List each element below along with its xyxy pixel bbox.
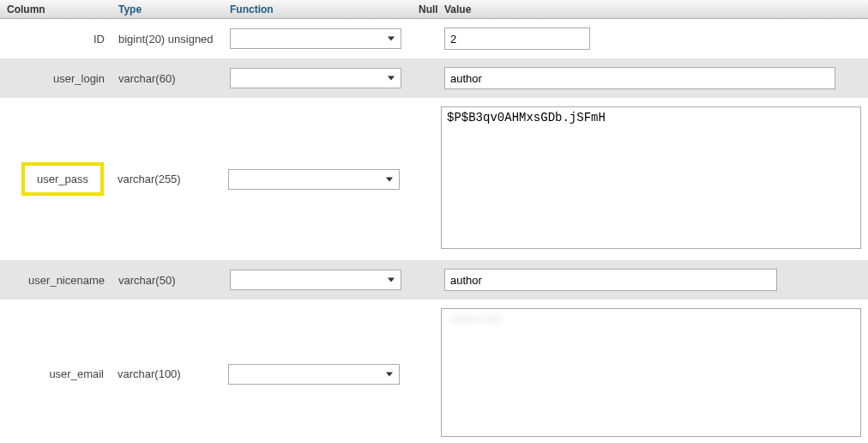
column-type: varchar(50)	[112, 274, 223, 287]
edit-table: Column Type Function Null Value ID bigin…	[0, 0, 868, 443]
column-name: user_login	[0, 72, 112, 85]
table-row: user_email varchar(100) redacted	[0, 300, 868, 443]
highlight-box: user_pass	[21, 162, 104, 196]
value-input[interactable]	[444, 269, 777, 291]
table-row: user_pass varchar(255) $P$B3qv0AHMxsGDb.…	[0, 98, 868, 260]
value-input[interactable]	[444, 67, 835, 89]
column-type: bigint(20) unsigned	[112, 33, 223, 46]
header-value: Value	[437, 3, 868, 15]
column-name: ID	[0, 33, 112, 46]
header-type[interactable]: Type	[112, 3, 223, 15]
function-select[interactable]	[228, 169, 400, 190]
column-type: varchar(255)	[111, 173, 221, 185]
function-select[interactable]	[228, 364, 400, 385]
table-row: user_nicename varchar(50)	[0, 260, 868, 300]
value-input[interactable]	[444, 27, 590, 50]
header-null: Null	[412, 3, 437, 15]
column-name: user_nicename	[0, 274, 112, 287]
column-name: user_email	[0, 367, 111, 380]
column-type: varchar(100)	[111, 367, 221, 380]
column-type: varchar(60)	[112, 72, 223, 85]
header-function[interactable]: Function	[223, 3, 412, 15]
value-textarea[interactable]: redacted	[441, 308, 861, 437]
table-row: user_login varchar(60)	[0, 58, 868, 98]
function-select[interactable]	[230, 270, 401, 290]
value-textarea[interactable]: $P$B3qv0AHMxsGDb.jSFmH	[441, 106, 861, 249]
table-header-row: Column Type Function Null Value	[0, 0, 868, 19]
table-row: ID bigint(20) unsigned	[0, 19, 868, 58]
function-select[interactable]	[230, 68, 401, 88]
column-name: user_pass	[37, 173, 88, 185]
header-column: Column	[0, 3, 112, 15]
function-select[interactable]	[230, 28, 401, 49]
